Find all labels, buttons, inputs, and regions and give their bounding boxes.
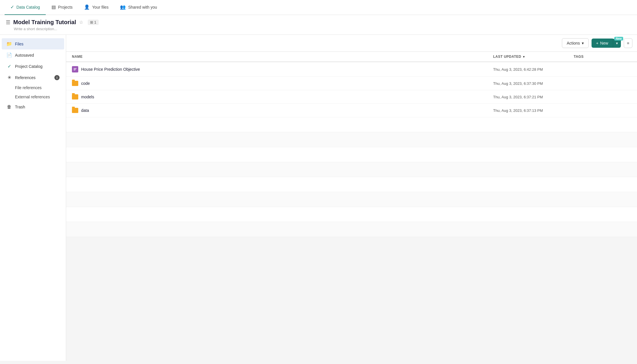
project-header: ☰ Model Training Tutorial ☆ ⊞ 1 Write a … bbox=[0, 15, 637, 35]
folder-icon bbox=[72, 94, 78, 99]
new-button-label: New bbox=[600, 41, 608, 45]
references-icon: ✳ bbox=[6, 75, 12, 80]
sidebar-item-external-references-label: External references bbox=[15, 95, 50, 99]
row-updated-code: Thu, Aug 3, 2023, 6:37:30 PM bbox=[493, 81, 574, 86]
grid-icon: ⊞ bbox=[90, 20, 93, 24]
sidebar-item-autosaved-label: Autosaved bbox=[15, 53, 34, 58]
sidebar-item-project-catalog-label: Project Catalog bbox=[15, 64, 43, 69]
actions-chevron-icon: ▾ bbox=[582, 41, 584, 45]
sidebar-item-trash[interactable]: 🗑 Trash bbox=[2, 101, 64, 112]
sidebar: 📁 Files 📄 Autosaved ✓ Project Catalog ✳ … bbox=[0, 35, 66, 361]
empty-row bbox=[66, 192, 637, 207]
autosaved-icon: 📄 bbox=[6, 52, 12, 58]
nav-tab-data-catalog-label: Data Catalog bbox=[16, 5, 40, 9]
projects-icon: ▤ bbox=[52, 4, 56, 10]
empty-row bbox=[66, 207, 637, 222]
nav-tab-your-files[interactable]: 👤 Your files bbox=[78, 0, 114, 15]
col-header-name: NAME bbox=[72, 55, 493, 59]
your-files-icon: 👤 bbox=[84, 4, 90, 10]
table-header: NAME LAST UPDATED ▼ TAGS bbox=[66, 52, 637, 62]
trash-icon: 🗑 bbox=[6, 104, 12, 110]
empty-row bbox=[66, 147, 637, 162]
top-navigation: ✓ Data Catalog ▤ Projects 👤 Your files 👥… bbox=[0, 0, 637, 15]
objective-icon bbox=[72, 66, 78, 72]
empty-row bbox=[66, 222, 637, 237]
row-updated-house-price: Thu, Aug 3, 2023, 6:42:28 PM bbox=[493, 67, 574, 72]
actions-button-label: Actions bbox=[567, 41, 580, 45]
col-header-tags: TAGS bbox=[574, 55, 631, 59]
new-badge: New bbox=[614, 37, 623, 41]
file-table: NAME LAST UPDATED ▼ TAGS bbox=[66, 52, 637, 237]
sidebar-item-files[interactable]: 📁 Files bbox=[2, 38, 64, 49]
empty-row bbox=[66, 177, 637, 192]
empty-row bbox=[66, 117, 637, 132]
plus-icon: + bbox=[596, 41, 598, 45]
svg-rect-2 bbox=[74, 69, 76, 70]
table-row[interactable]: code Thu, Aug 3, 2023, 6:37:30 PM bbox=[66, 77, 637, 90]
table-row[interactable]: House Price Prediction Objective Thu, Au… bbox=[66, 62, 637, 77]
actions-button[interactable]: Actions ▾ bbox=[562, 38, 589, 48]
empty-row bbox=[66, 162, 637, 177]
row-name-models: models bbox=[72, 94, 493, 99]
content-toolbar: Actions ▾ + New ▾ New ≡ bbox=[66, 35, 637, 52]
sidebar-item-files-label: Files bbox=[15, 42, 24, 46]
new-dropdown-chevron-icon: ▾ bbox=[616, 41, 618, 45]
table-row[interactable]: models Thu, Aug 3, 2023, 6:37:21 PM bbox=[66, 90, 637, 104]
sort-arrow-icon: ▼ bbox=[522, 55, 525, 58]
sidebar-item-file-references[interactable]: File references bbox=[2, 83, 64, 92]
row-name-data: data bbox=[72, 108, 493, 113]
folder-icon bbox=[72, 81, 78, 86]
main-layout: 📁 Files 📄 Autosaved ✓ Project Catalog ✳ … bbox=[0, 35, 637, 361]
folder-icon bbox=[72, 108, 78, 113]
svg-rect-3 bbox=[74, 70, 75, 70]
grid-count: 1 bbox=[94, 20, 96, 24]
sidebar-item-trash-label: Trash bbox=[15, 105, 25, 109]
sidebar-item-references[interactable]: ✳ References i bbox=[2, 72, 64, 83]
nav-tab-data-catalog[interactable]: ✓ Data Catalog bbox=[5, 0, 46, 15]
row-updated-data: Thu, Aug 3, 2023, 6:37:13 PM bbox=[493, 108, 574, 113]
references-info-icon[interactable]: i bbox=[54, 75, 60, 80]
sidebar-item-project-catalog[interactable]: ✓ Project Catalog bbox=[2, 61, 64, 72]
empty-row bbox=[66, 132, 637, 147]
nav-tab-your-files-label: Your files bbox=[92, 5, 108, 9]
nav-tab-projects[interactable]: ▤ Projects bbox=[46, 0, 79, 15]
list-view-icon: ≡ bbox=[627, 41, 629, 45]
list-view-toggle[interactable]: ≡ bbox=[624, 38, 632, 48]
star-icon[interactable]: ☆ bbox=[79, 20, 83, 25]
grid-badge[interactable]: ⊞ 1 bbox=[88, 20, 99, 25]
project-icon: ☰ bbox=[6, 19, 10, 26]
sidebar-item-file-references-label: File references bbox=[15, 85, 42, 90]
nav-tab-shared-with-you[interactable]: 👥 Shared with you bbox=[114, 0, 163, 15]
project-title: Model Training Tutorial bbox=[13, 19, 76, 26]
sidebar-item-external-references[interactable]: External references bbox=[2, 92, 64, 101]
sidebar-item-references-label: References bbox=[15, 75, 36, 80]
row-name-code: code bbox=[72, 81, 493, 86]
svg-rect-1 bbox=[74, 68, 77, 69]
files-icon: 📁 bbox=[6, 41, 12, 47]
project-catalog-icon: ✓ bbox=[6, 64, 12, 69]
sidebar-item-autosaved[interactable]: 📄 Autosaved bbox=[2, 49, 64, 61]
project-description[interactable]: Write a short description... bbox=[6, 27, 631, 35]
row-updated-models: Thu, Aug 3, 2023, 6:37:21 PM bbox=[493, 95, 574, 99]
data-catalog-icon: ✓ bbox=[10, 4, 14, 10]
new-button-main[interactable]: + New bbox=[592, 39, 613, 48]
nav-tab-shared-with-you-label: Shared with you bbox=[128, 5, 157, 9]
row-name-house-price: House Price Prediction Objective bbox=[72, 66, 493, 72]
new-button-container: + New ▾ New bbox=[592, 39, 621, 48]
nav-tab-projects-label: Projects bbox=[58, 5, 73, 9]
col-header-last-updated[interactable]: LAST UPDATED ▼ bbox=[493, 55, 574, 59]
shared-with-you-icon: 👥 bbox=[120, 4, 126, 10]
table-row[interactable]: data Thu, Aug 3, 2023, 6:37:13 PM bbox=[66, 104, 637, 117]
content-area: Actions ▾ + New ▾ New ≡ bbox=[66, 35, 637, 361]
